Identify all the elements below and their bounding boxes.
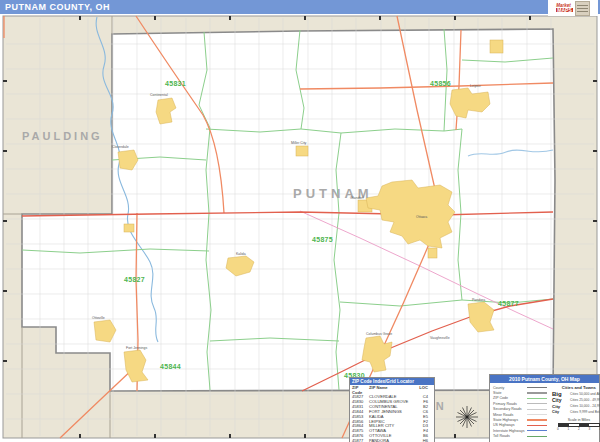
- legend-line-sample: [527, 398, 547, 399]
- legend-line-label: ZIP Code: [493, 396, 527, 400]
- scale-segment: [569, 424, 579, 427]
- legend-line-label: Primary Roads: [493, 402, 527, 406]
- zip-index-rows: 45827CLOVERDALEC445830COLUMBUS GROVEF645…: [350, 395, 434, 442]
- scale-ticks: 01234: [557, 427, 600, 431]
- city-class-range: Cities 9,999 and Below: [570, 410, 600, 414]
- legend-line-sample: [527, 387, 547, 388]
- scale-tick: 2: [578, 427, 580, 431]
- legend-line-sample: [527, 392, 547, 393]
- legend-line-sample: [527, 414, 547, 415]
- marketmaps-logo: Market MAPS: [548, 0, 598, 16]
- legend-row-toll-roads: Toll Roads: [493, 434, 549, 439]
- map-page: PAULDINGPUTNAMALLEN458314585645875458274…: [0, 0, 600, 442]
- legend-line-symbols: CountyStateZIP CodePrimary RoadsSecondar…: [493, 385, 549, 439]
- city-class-range: Cities 10,000 - 24,999: [570, 404, 600, 408]
- scale-segment: [579, 424, 589, 427]
- map-legend: 2010 Putnam County, OH Map CountyStateZI…: [489, 374, 600, 442]
- cities-header: Cities and Towns: [552, 385, 600, 390]
- city-class-row: CityCities 9,999 and Below: [552, 409, 600, 415]
- legend-line-label: US Highways: [493, 423, 527, 427]
- legend-line-sample: [527, 409, 547, 410]
- legend-line-sample: [527, 403, 547, 404]
- map-title: PUTNAM COUNTY, OH: [5, 2, 110, 12]
- scale-tick: 3: [589, 427, 591, 431]
- legend-line-label: County: [493, 386, 527, 390]
- legend-line-sample: [527, 430, 547, 431]
- legend-line-label: Secondary Roads: [493, 407, 527, 411]
- title-bar: PUTNAM COUNTY, OH: [0, 0, 600, 14]
- legend-line-sample: [527, 419, 547, 420]
- scale-tick: 1: [567, 427, 569, 431]
- legend-line-sample: [527, 436, 547, 437]
- scale-tick: 0: [557, 427, 559, 431]
- legend-line-sample: [527, 425, 547, 426]
- city-class-symbol: City: [552, 397, 568, 403]
- logo-card-icon: [575, 1, 590, 16]
- city-class-symbol: City: [552, 410, 568, 414]
- city-class-range: Cities 50,000 and Above: [570, 392, 600, 396]
- legend-line-label: State Highways: [493, 418, 527, 422]
- legend-title: 2010 Putnam County, OH Map: [490, 375, 599, 383]
- legend-line-label: Minor Roads: [493, 413, 527, 417]
- zip-index-title: ZIP Code Index/Grid Locator: [350, 378, 434, 385]
- scale-label: Scale in Miles: [552, 418, 600, 422]
- legend-line-label: Interstate Highways: [493, 429, 527, 433]
- scale-segment: [589, 424, 599, 427]
- legend-cities: Cities and Towns BigCities 50,000 and Ab…: [552, 385, 600, 439]
- logo-text: Market MAPS: [556, 4, 572, 12]
- city-classes: BigCities 50,000 and AboveCityCities 25,…: [552, 391, 600, 415]
- legend-line-label: State: [493, 391, 527, 395]
- city-class-range: Cities 25,000 - 49,999: [570, 398, 600, 402]
- scale-bar-block: Scale in Miles 01234: [552, 418, 600, 431]
- zip-index-table: ZIP Code Index/Grid Locator ZIP Code ZIP…: [349, 377, 435, 442]
- legend-line-label: Toll Roads: [493, 434, 527, 438]
- city-class-symbol: City: [552, 404, 568, 409]
- scale-segment: [559, 424, 569, 427]
